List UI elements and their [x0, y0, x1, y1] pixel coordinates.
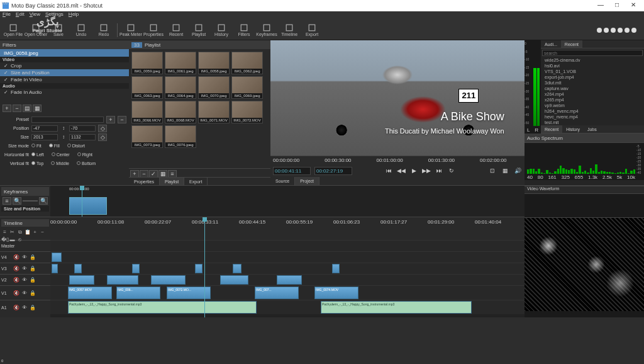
timecode-position[interactable]: 00:00:41:11 — [273, 167, 311, 175]
keyframes-playhead[interactable] — [82, 186, 82, 217]
tab-recent[interactable]: Recent — [561, 40, 582, 48]
radio-distort[interactable]: Distort — [67, 143, 90, 149]
video-clip[interactable]: IMG_007... — [255, 287, 299, 299]
radio-middle[interactable]: Middle — [51, 161, 74, 166]
grid-button[interactable]: ▦ — [501, 166, 509, 175]
track-mute-button[interactable]: 🔇 — [13, 254, 19, 261]
tl-cut-button[interactable]: ✂ — [9, 229, 16, 236]
open-other-button[interactable]: Open Other — [25, 21, 47, 39]
timeline-clip[interactable] — [52, 253, 62, 262]
timeline-ruler[interactable]: 00:00:00:0000:00:11:0800:00:22:0700:00:3… — [50, 217, 525, 229]
add-filter-button[interactable]: + — [3, 105, 11, 112]
playlist-thumbnail[interactable]: IMG_0068.MOV — [165, 101, 196, 123]
video-preview[interactable]: 211 A Bike Show This Ducati by Michael W… — [270, 40, 525, 156]
volume-button[interactable]: 🔊 — [513, 166, 522, 175]
menu-settings[interactable]: Settings — [45, 11, 64, 20]
playlist-button[interactable]: Playlist — [188, 21, 209, 39]
keyframes-track[interactable]: 00:00:00:00 — [50, 186, 525, 217]
track-lock-button[interactable]: 🔒 — [29, 276, 36, 283]
video-clip[interactable]: IMG_006... — [116, 287, 160, 299]
radio-bottom[interactable]: Bottom — [77, 161, 101, 166]
size-link-icon[interactable]: ↕ — [60, 134, 67, 140]
position-keyframe-button[interactable]: ◇ — [98, 125, 107, 132]
tl-menu-button[interactable]: ≡ — [1, 229, 8, 236]
track-hide-button[interactable]: 👁 — [21, 290, 28, 297]
tl-lift-button[interactable]: �▯ — [1, 236, 8, 243]
track-hide-button[interactable]: 👁 — [21, 254, 28, 261]
radio-top[interactable]: Top — [31, 161, 48, 166]
playlist-thumbnail[interactable]: IMG_0076.jpeg — [165, 125, 196, 148]
position-y-input[interactable] — [69, 125, 96, 132]
radio-fill[interactable]: Fill — [49, 143, 65, 149]
skip-next-button[interactable]: ⏭ — [435, 166, 443, 175]
tab-jobs[interactable]: Jobs — [584, 125, 601, 133]
track-mute-button[interactable]: 🔇 — [13, 265, 19, 272]
recent-item[interactable]: 3dlut.mlt — [541, 80, 644, 86]
recent-item[interactable]: x265.mp4 — [541, 97, 644, 103]
track-mute-button[interactable]: 🔇 — [13, 276, 19, 283]
recent-item[interactable]: wide25-cinema.dv — [541, 57, 644, 63]
menu-edit[interactable]: Edit — [16, 11, 25, 20]
export-button[interactable]: Export — [301, 21, 323, 39]
track-head-v1[interactable]: V1🔇👁🔒 — [0, 285, 50, 300]
tab-source[interactable]: Source — [270, 177, 295, 185]
remove-filter-button[interactable]: − — [13, 105, 21, 112]
filters-clip-name[interactable]: IMG_0058.jpeg — [0, 49, 129, 57]
recent-item[interactable]: vp9.webm — [541, 103, 644, 108]
preset-add-button[interactable]: + — [106, 116, 115, 123]
preset-remove-button[interactable]: − — [118, 116, 126, 123]
audio-clip[interactable]: Pachyderm_-_13_-_Happy_Song_instrumental… — [68, 301, 257, 314]
recent-item[interactable]: hevc_nvenc.mp4 — [541, 114, 644, 120]
tab-properties[interactable]: Properties — [129, 178, 160, 185]
properties-button[interactable]: Properties — [143, 21, 164, 39]
timeline-clip[interactable] — [277, 275, 302, 285]
radio-fit[interactable]: Fit — [31, 143, 47, 149]
video-clip[interactable]: IMG_0057.MOV — [68, 287, 112, 299]
tab-export[interactable]: Export — [184, 178, 208, 185]
track-hide-button[interactable]: 👁 — [21, 276, 28, 283]
track-head-a1[interactable]: A1🔇👁🔒 — [0, 300, 50, 314]
track-mute-button[interactable]: 🔇 — [13, 304, 19, 311]
menu-view[interactable]: View — [30, 11, 40, 20]
copy-filter-button[interactable]: ▤ — [23, 105, 31, 112]
track-v4-lane[interactable] — [50, 251, 525, 263]
tl-paste-button[interactable]: 📋 — [24, 229, 31, 236]
recent-item[interactable]: test.mlt — [541, 120, 644, 125]
kf-menu-button[interactable]: ≡ — [3, 197, 11, 205]
menu-file[interactable]: File — [3, 11, 11, 20]
kf-zoom-out-button[interactable]: 🔍 — [13, 197, 21, 205]
kf-zoom-in-button[interactable]: 🔍 — [39, 197, 48, 205]
undo-button[interactable]: Undo — [70, 21, 92, 39]
filters-button[interactable]: Filters — [233, 21, 255, 39]
skip-prev-button[interactable]: ⏮ — [384, 166, 393, 175]
timeline-clip[interactable] — [69, 275, 94, 285]
zoom-fit-button[interactable]: ⊡ — [488, 166, 497, 175]
track-hide-button[interactable]: 👁 — [21, 304, 28, 311]
track-lock-button[interactable]: 🔒 — [29, 254, 36, 261]
timeline-clip[interactable] — [151, 275, 186, 285]
timeline-clip[interactable] — [132, 264, 140, 273]
track-lock-button[interactable]: 🔒 — [29, 290, 36, 297]
recent-item[interactable]: capture.wav — [541, 86, 644, 91]
playlist-thumbnail[interactable]: IMG_0062.jpeg — [231, 52, 263, 74]
radio-center[interactable]: Center — [52, 152, 75, 157]
radio-left[interactable]: Left — [31, 152, 49, 157]
track-head-v4[interactable]: V4🔇👁🔒 — [0, 251, 50, 263]
timeline-tracks[interactable]: 00:00:00:0000:00:11:0800:00:22:0700:00:3… — [50, 217, 525, 317]
recent-search-input[interactable] — [542, 50, 643, 56]
size-h-input[interactable] — [69, 134, 96, 140]
tl-split-button[interactable]: ⎋ — [16, 236, 23, 243]
track-v2-lane[interactable] — [50, 274, 525, 285]
timecode-duration[interactable]: 00:02:27:19 — [314, 167, 352, 175]
position-link-icon[interactable]: ↕ — [60, 125, 67, 131]
video-clip[interactable]: IMG_0074.MOV — [314, 287, 358, 299]
playlist-thumbnail[interactable]: IMG_0058.jpeg — [198, 52, 230, 74]
timeline-button[interactable]: Timeline — [279, 21, 300, 39]
preview-ruler[interactable]: 00:00:00:0000:00:30:0000:01:00:0000:01:3… — [270, 156, 525, 164]
track-a1-lane[interactable]: Pachyderm_-_13_-_Happy_Song_instrumental… — [50, 300, 525, 314]
close-button[interactable]: ✕ — [625, 1, 641, 10]
playlist-thumbnail[interactable]: IMG_0066.MOV — [131, 101, 163, 123]
filter-item[interactable]: ✓Fade In Video — [0, 76, 129, 83]
play-button[interactable]: ▶ — [409, 166, 418, 175]
track-master-lane[interactable] — [50, 240, 525, 251]
